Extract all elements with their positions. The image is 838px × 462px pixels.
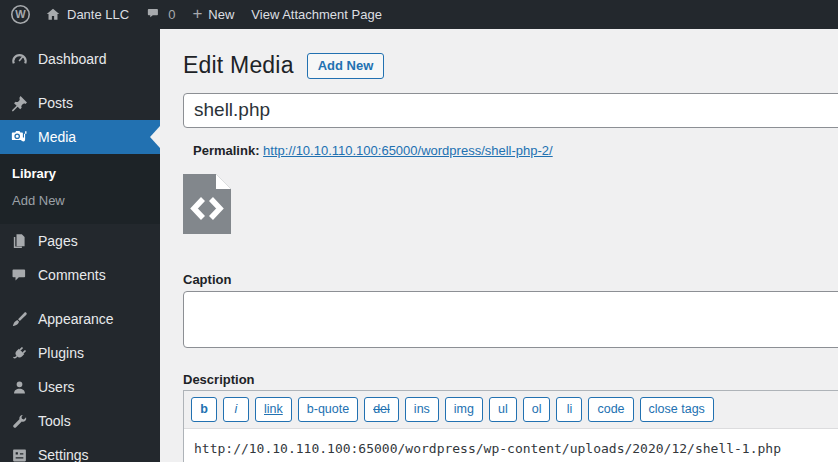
description-editor: b i link b-quote del ins img ul ol li co… xyxy=(183,390,838,462)
qt-ins-button[interactable]: ins xyxy=(405,397,439,423)
permalink-link[interactable]: http://10.10.110.100:65000/wordpress/she… xyxy=(263,143,553,158)
new-menu[interactable]: + New xyxy=(192,7,234,22)
plus-icon: + xyxy=(192,5,202,22)
qt-link-button[interactable]: link xyxy=(255,397,292,423)
qt-bold-button[interactable]: b xyxy=(191,397,217,423)
site-name-label: Dante LLC xyxy=(67,7,129,22)
comments-menu[interactable]: 0 xyxy=(146,7,175,22)
caption-textarea[interactable] xyxy=(183,291,838,348)
view-attachment-label: View Attachment Page xyxy=(251,7,382,22)
sidebar-item-comments[interactable]: Comments xyxy=(0,258,160,292)
sidebar-item-dashboard[interactable]: Dashboard xyxy=(0,42,160,76)
sidebar-item-tools[interactable]: Tools xyxy=(0,404,160,438)
new-label: New xyxy=(208,7,234,22)
sidebar-label: Plugins xyxy=(38,345,84,361)
permalink-label: Permalink: xyxy=(193,143,259,158)
sidebar-label: Dashboard xyxy=(38,51,107,67)
media-icon xyxy=(10,129,28,146)
dashboard-gauge-icon xyxy=(10,51,28,68)
sidebar-label: Tools xyxy=(38,413,71,429)
admin-sidebar: Dashboard Posts Media Library Add New xyxy=(0,29,160,462)
qt-img-button[interactable]: img xyxy=(445,397,483,423)
sidebar-item-posts[interactable]: Posts xyxy=(0,86,160,120)
comments-icon xyxy=(10,267,28,284)
description-textarea[interactable]: http://10.10.110.100:65000/wordpress/wp-… xyxy=(184,429,838,462)
sidebar-label: Posts xyxy=(38,95,73,111)
sidebar-item-pages[interactable]: Pages xyxy=(0,224,160,258)
edit-media-page: Edit Media Add New Permalink: http://10.… xyxy=(160,29,838,462)
submenu-item-add-new[interactable]: Add New xyxy=(0,187,160,214)
qt-close-tags-button[interactable]: close tags xyxy=(640,397,714,423)
caption-label: Caption xyxy=(183,272,838,288)
wrench-icon xyxy=(10,413,28,430)
site-name-menu[interactable]: Dante LLC xyxy=(45,7,129,23)
sidebar-label: Pages xyxy=(38,233,78,249)
qt-italic-button[interactable]: i xyxy=(223,397,249,423)
comment-count-badge: 0 xyxy=(168,7,175,22)
admin-bar: W Dante LLC 0 + New View Attachment Page xyxy=(0,0,838,29)
attachment-preview xyxy=(183,174,231,234)
sidebar-item-settings[interactable]: Settings xyxy=(0,438,160,462)
page-title: Edit Media xyxy=(183,52,294,80)
sidebar-label: Media xyxy=(38,129,76,145)
qt-ol-button[interactable]: ol xyxy=(523,397,551,423)
qt-blockquote-button[interactable]: b-quote xyxy=(298,397,358,423)
qt-del-button[interactable]: del xyxy=(364,397,399,423)
sidebar-item-appearance[interactable]: Appearance xyxy=(0,302,160,336)
sidebar-item-media[interactable]: Media xyxy=(0,120,160,154)
menu-separator xyxy=(0,76,160,86)
menu-separator xyxy=(0,292,160,302)
sidebar-item-plugins[interactable]: Plugins xyxy=(0,336,160,370)
wordpress-logo-icon: W xyxy=(10,4,31,25)
wordpress-logo-menu[interactable]: W xyxy=(10,4,31,25)
media-submenu: Library Add New xyxy=(0,154,160,224)
qt-ul-button[interactable]: ul xyxy=(489,397,517,423)
plug-icon xyxy=(10,345,28,362)
qt-code-button[interactable]: code xyxy=(588,397,633,423)
comment-bubble-icon xyxy=(146,7,162,22)
paintbrush-icon xyxy=(10,311,28,328)
user-icon xyxy=(10,379,28,396)
quicktags-toolbar: b i link b-quote del ins img ul ol li co… xyxy=(184,391,838,430)
media-title-input[interactable] xyxy=(183,93,838,128)
description-label: Description xyxy=(183,372,838,388)
sidebar-label: Comments xyxy=(38,267,106,283)
code-file-icon xyxy=(183,174,231,234)
add-new-button[interactable]: Add New xyxy=(307,53,385,79)
sidebar-item-users[interactable]: Users xyxy=(0,370,160,404)
pushpin-icon xyxy=(10,95,28,112)
svg-text:W: W xyxy=(15,8,26,20)
sidebar-label: Settings xyxy=(38,447,89,462)
pages-icon xyxy=(10,233,28,250)
sidebar-label: Users xyxy=(38,379,75,395)
qt-li-button[interactable]: li xyxy=(556,397,582,423)
sidebar-label: Appearance xyxy=(38,311,114,327)
active-item-arrow xyxy=(150,126,160,148)
settings-panel-icon xyxy=(10,447,28,462)
home-icon xyxy=(45,7,61,23)
permalink-row: Permalink: http://10.10.110.100:65000/wo… xyxy=(183,142,838,159)
view-attachment-page-link[interactable]: View Attachment Page xyxy=(251,7,382,22)
submenu-item-library[interactable]: Library xyxy=(0,160,160,187)
